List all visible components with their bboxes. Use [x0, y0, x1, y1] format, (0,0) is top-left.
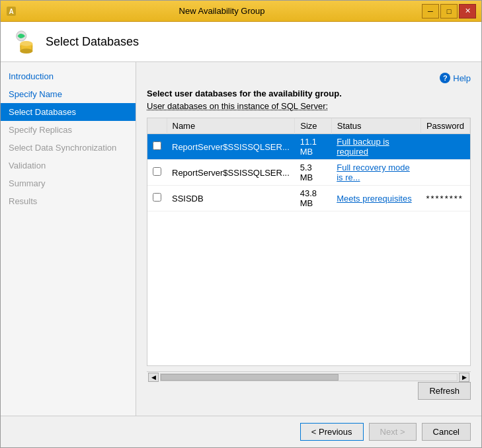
row-checkbox-cell [147, 134, 167, 160]
table-row[interactable]: ReportServer$SSISSQLSER...5.3 MBFull rec… [147, 160, 470, 186]
row-status[interactable]: Meets prerequisites [331, 186, 421, 211]
restore-button[interactable]: □ [440, 4, 458, 19]
refresh-button[interactable]: Refresh [418, 382, 471, 400]
title-bar: A New Availability Group ─ □ ✕ [1, 1, 481, 22]
main-layout: Introduction Specify Name Select Databas… [1, 62, 481, 416]
table-row[interactable]: SSISDB43.8 MBMeets prerequisites******** [147, 186, 470, 211]
col-checkbox [147, 118, 167, 134]
scroll-thumb[interactable] [161, 374, 339, 381]
databases-table-container: Name Size Status Password ReportServer$S… [147, 118, 471, 366]
sidebar-item-select-databases[interactable]: Select Databases [1, 103, 136, 121]
footer: < Previous Next > Cancel [1, 416, 481, 447]
status-link[interactable]: Meets prerequisites [337, 194, 411, 204]
row-checkbox[interactable] [153, 193, 161, 202]
cancel-button[interactable]: Cancel [422, 423, 471, 441]
row-checkbox-cell [147, 186, 167, 211]
scroll-left-button[interactable]: ◀ [148, 373, 159, 382]
sidebar-item-specify-replicas: Specify Replicas [1, 121, 136, 139]
status-link[interactable]: Full recovery mode is re... [337, 163, 410, 182]
refresh-button-row: Refresh [147, 382, 471, 400]
row-size: 43.8 MB [295, 186, 331, 211]
row-status[interactable]: Full backup is required [331, 134, 421, 160]
databases-table: Name Size Status Password ReportServer$S… [147, 118, 470, 211]
help-icon: ? [440, 73, 450, 83]
sidebar-item-select-data-sync: Select Data Synchronization [1, 139, 136, 157]
col-size: Size [295, 118, 331, 134]
next-button[interactable]: Next > [369, 423, 417, 441]
minimize-button[interactable]: ─ [422, 4, 439, 19]
row-size: 5.3 MB [295, 160, 331, 186]
col-name: Name [167, 118, 295, 134]
instruction-text: Select user databases for the availabili… [147, 89, 471, 98]
scroll-track[interactable] [160, 373, 458, 381]
app-icon: A [6, 6, 17, 17]
row-name: SSISDB [167, 186, 295, 211]
col-password: Password [421, 118, 469, 134]
svg-point-5 [20, 48, 32, 54]
window-title: New Availability Group [22, 6, 422, 16]
window-controls: ─ □ ✕ [422, 4, 476, 19]
svg-text:A: A [9, 8, 13, 15]
sidebar-item-results: Results [1, 192, 136, 210]
row-size: 11.1 MB [295, 134, 331, 160]
previous-button[interactable]: < Previous [300, 423, 364, 441]
row-checkbox-cell [147, 160, 167, 186]
database-icon [11, 28, 38, 55]
col-status: Status [331, 118, 421, 134]
row-checkbox[interactable] [153, 141, 161, 150]
row-status[interactable]: Full recovery mode is re... [331, 160, 421, 186]
sidebar-item-validation: Validation [1, 157, 136, 174]
svg-point-6 [20, 41, 32, 46]
table-header-row: Name Size Status Password [147, 118, 470, 134]
row-password: ******** [421, 186, 469, 211]
help-link[interactable]: ? Help [147, 73, 471, 83]
help-label: Help [453, 73, 471, 83]
row-password [421, 134, 469, 160]
sidebar-item-summary: Summary [1, 174, 136, 192]
page-title: Select Databases [46, 35, 139, 49]
table-row[interactable]: ReportServer$SSISSQLSER...11.1 MBFull ba… [147, 134, 470, 160]
row-name: ReportServer$SSISSQLSER... [167, 160, 295, 186]
main-content: ? Help Select user databases for the ava… [136, 62, 481, 416]
row-name: ReportServer$SSISSQLSER... [167, 134, 295, 160]
close-button[interactable]: ✕ [459, 4, 476, 19]
page-header: Select Databases [1, 22, 481, 62]
sidebar: Introduction Specify Name Select Databas… [1, 62, 136, 416]
sub-instruction: User databases on this instance of SQL S… [147, 101, 471, 111]
main-window: A New Availability Group ─ □ ✕ [0, 0, 482, 448]
scroll-right-button[interactable]: ▶ [459, 373, 469, 382]
row-checkbox[interactable] [153, 167, 161, 176]
sidebar-item-introduction[interactable]: Introduction [1, 67, 136, 85]
row-password [421, 160, 469, 186]
status-link[interactable]: Full backup is required [337, 137, 389, 157]
horizontal-scrollbar[interactable]: ◀ ▶ [147, 371, 471, 382]
sidebar-item-specify-name[interactable]: Specify Name [1, 85, 136, 103]
